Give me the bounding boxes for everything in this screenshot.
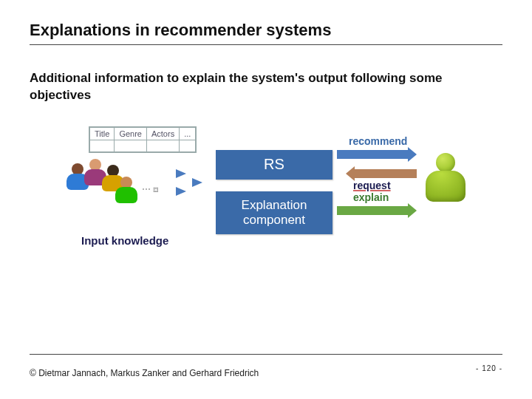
request-arrow-icon: [346, 169, 417, 178]
arrow-icon: [176, 187, 186, 196]
arrow-icon: [176, 169, 186, 178]
table-header: Title: [90, 127, 115, 140]
input-knowledge-label: Input knowledge: [81, 234, 168, 247]
input-table: Title Genre Actors ...: [89, 126, 197, 153]
recommend-arrow-icon: [337, 150, 417, 159]
footer-rule: [30, 354, 502, 355]
table-header: ...: [180, 127, 196, 140]
arrow-icon: [192, 178, 202, 187]
subtitle: Additional information to explain the sy…: [30, 70, 502, 104]
table-header: Actors: [146, 127, 179, 140]
user-icon: [426, 153, 466, 208]
recommend-label: recommend: [349, 135, 407, 147]
users-group-icon: [66, 159, 140, 211]
explain-label: explain: [353, 191, 389, 203]
misc-input-icon: ⋯ ⧈: [142, 184, 159, 194]
page-number: - 120 -: [476, 364, 502, 372]
diagram: Title Genre Actors ... ⋯ ⧈ RS Explanatio…: [59, 126, 473, 274]
title-rule: [30, 44, 502, 45]
slide: Explanations in recommender systems Addi…: [0, 0, 532, 399]
request-label: request: [353, 180, 391, 191]
rs-panel: RS: [216, 150, 332, 180]
page-title: Explanations in recommender systems: [30, 21, 502, 40]
explanation-panel: Explanation component: [216, 191, 332, 234]
footer-copyright: © Dietmar Jannach, Markus Zanker and Ger…: [30, 368, 259, 378]
table-header: Genre: [115, 127, 147, 140]
explain-arrow-icon: [337, 206, 417, 215]
